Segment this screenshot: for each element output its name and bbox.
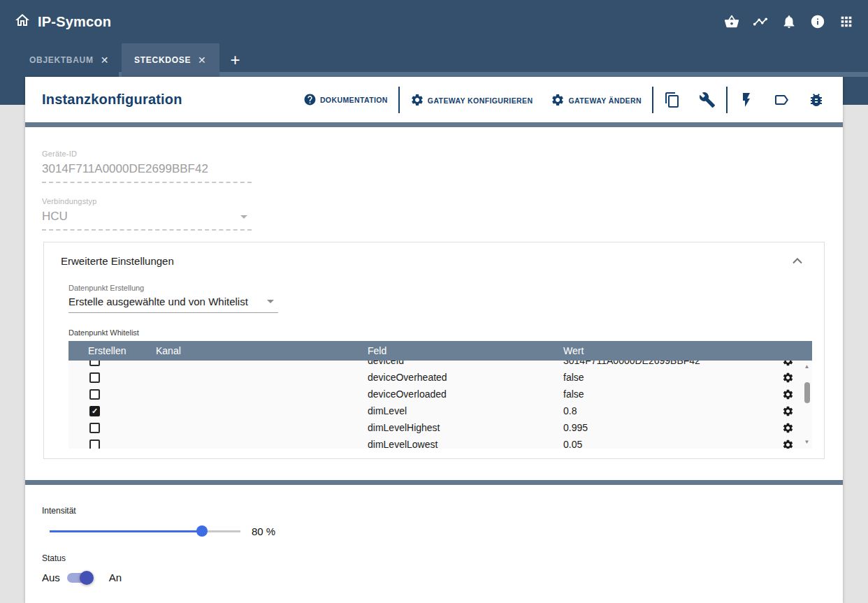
row-checkbox[interactable] <box>89 389 100 400</box>
column-header-feld: Feld <box>368 345 563 356</box>
gateway-change-label: GATEWAY ÄNDERN <box>568 96 642 107</box>
cell-feld: dimLevelLowest <box>368 439 563 449</box>
cell-wert: false <box>563 388 772 400</box>
toolbar-divider <box>726 87 728 113</box>
close-icon[interactable] <box>101 55 109 66</box>
cell-wert: false <box>563 372 772 383</box>
status-on-label: An <box>109 572 122 583</box>
row-checkbox[interactable] <box>89 361 100 366</box>
datapoint-creation-select[interactable]: Erstelle ausgewählte und von Whitelist <box>68 292 278 313</box>
row-checkbox[interactable] <box>89 423 100 433</box>
scroll-up-icon[interactable] <box>804 363 810 371</box>
advanced-settings-panel: Erweiterte Einstellungen Datenpunkt Erst… <box>43 242 825 459</box>
gear-icon <box>551 93 565 107</box>
column-header-wert: Wert <box>563 345 812 356</box>
tab-bar: OBJEKTBAUM STECKDOSE <box>0 43 868 77</box>
notifications-icon[interactable] <box>781 14 797 29</box>
table-header: Erstellen Kanal Feld Wert <box>68 341 812 361</box>
cell-wert: 3014F711A0000DE2699BBF42 <box>563 361 772 366</box>
scrollbar-thumb[interactable] <box>804 382 810 403</box>
connection-type-field: Verbindungstyp HCU <box>42 197 252 231</box>
slider-fill <box>50 530 202 532</box>
active-tab-strip <box>119 72 868 77</box>
tab-label: OBJEKTBAUM <box>29 55 94 65</box>
table-scrollbar[interactable] <box>802 361 812 449</box>
advanced-settings-title: Erweiterte Einstellungen <box>61 255 824 267</box>
flash-icon[interactable] <box>738 92 755 108</box>
status-toggle[interactable] <box>67 573 92 583</box>
cell-feld: dimLevel <box>368 405 563 416</box>
card-header: Instanzkonfiguration DOKUMENTATION GATEW… <box>25 77 843 122</box>
documentation-button[interactable]: DOKUMENTATION <box>303 93 388 106</box>
tab-steckdose[interactable]: STECKDOSE <box>122 43 219 77</box>
slider-thumb[interactable] <box>196 525 208 537</box>
apps-grid-icon[interactable] <box>839 14 854 29</box>
table-row: dimLevelLowest0.05 <box>68 436 812 449</box>
device-id-value: 3014F711A0000DE2699BBF42 <box>42 158 252 183</box>
bug-icon[interactable] <box>808 92 825 108</box>
copy-icon[interactable] <box>664 92 681 108</box>
status-label: Status <box>42 553 843 563</box>
intensity-value: 80 % <box>252 525 275 537</box>
cell-feld: deviceOverloaded <box>368 388 563 400</box>
brand[interactable]: IP-Symcon <box>14 12 111 31</box>
device-id-label: Geräte-ID <box>42 150 252 158</box>
cell-feld: deviceOverheated <box>368 372 563 383</box>
cell-feld: dimLevelHighest <box>368 422 563 433</box>
datapoint-creation-field: Datenpunkt Erstellung Erstelle ausgewähl… <box>68 284 278 313</box>
tab-label: STECKDOSE <box>134 55 191 65</box>
section-divider <box>25 122 843 127</box>
collapse-chevron-up-icon[interactable] <box>792 254 803 267</box>
page-title: Instanzkonfiguration <box>42 92 182 108</box>
column-header-erstellen: Erstellen <box>88 345 156 356</box>
intensity-control: Intensität 80 % <box>42 506 843 537</box>
cell-wert: 0.8 <box>563 405 772 416</box>
status-off-label: Aus <box>42 572 60 583</box>
cell-wert: 0.995 <box>563 422 772 433</box>
home-icon[interactable] <box>14 12 31 31</box>
connection-type-select: HCU <box>42 205 252 231</box>
label-icon[interactable] <box>773 92 790 108</box>
toolbar-divider <box>652 87 653 113</box>
whitelist-label: Datenpunkt Whitelist <box>68 328 824 337</box>
documentation-label: DOKUMENTATION <box>320 96 388 106</box>
table-row: dimLevelHighest0.995 <box>68 419 812 436</box>
cell-wert: 0.05 <box>563 439 772 449</box>
chevron-down-icon <box>267 300 274 303</box>
gateway-configure-button[interactable]: GATEWAY KONFIGURIEREN <box>410 93 533 107</box>
cell-feld: deviceId <box>368 361 563 366</box>
intensity-slider[interactable] <box>50 525 240 537</box>
row-checkbox[interactable] <box>89 439 100 449</box>
chevron-down-icon <box>240 215 247 219</box>
datapoint-creation-label: Datenpunkt Erstellung <box>68 284 278 292</box>
connection-type-label: Verbindungstyp <box>42 197 252 205</box>
gear-icon <box>410 93 424 107</box>
column-header-kanal: Kanal <box>156 345 368 356</box>
tab-objektbaum[interactable]: OBJEKTBAUM <box>17 43 122 77</box>
scroll-down-icon[interactable] <box>804 438 810 446</box>
table-row: dimLevel0.8 <box>68 402 812 419</box>
add-tab-icon[interactable] <box>231 50 240 70</box>
info-icon[interactable] <box>810 14 825 29</box>
whitelist-rows: deviceId3014F711A0000DE2699BBF42deviceOv… <box>68 361 812 449</box>
device-id-field: Geräte-ID 3014F711A0000DE2699BBF42 <box>42 150 252 183</box>
help-icon <box>303 93 317 106</box>
top-nav: IP-Symcon <box>0 0 868 43</box>
instance-configuration-card: Instanzkonfiguration DOKUMENTATION GATEW… <box>25 77 843 603</box>
device-controls: Intensität 80 % Status Aus An <box>42 506 843 583</box>
gateway-change-button[interactable]: GATEWAY ÄNDERN <box>551 93 642 107</box>
toggle-thumb[interactable] <box>80 571 94 585</box>
table-row: deviceOverheatedfalse <box>68 369 812 386</box>
toolbar: DOKUMENTATION GATEWAY KONFIGURIEREN GATE… <box>303 87 825 113</box>
app-title: IP-Symcon <box>38 14 111 30</box>
row-checkbox[interactable] <box>89 372 100 383</box>
shopping-basket-icon[interactable] <box>724 14 739 29</box>
timeline-icon[interactable] <box>753 14 768 29</box>
intensity-label: Intensität <box>42 506 843 516</box>
toolbar-divider <box>398 87 400 113</box>
wrench-icon[interactable] <box>699 92 716 108</box>
close-icon[interactable] <box>198 55 206 66</box>
gateway-configure-label: GATEWAY KONFIGURIEREN <box>428 96 533 107</box>
row-checkbox[interactable] <box>89 406 100 416</box>
table-row: deviceId3014F711A0000DE2699BBF42 <box>68 361 812 369</box>
